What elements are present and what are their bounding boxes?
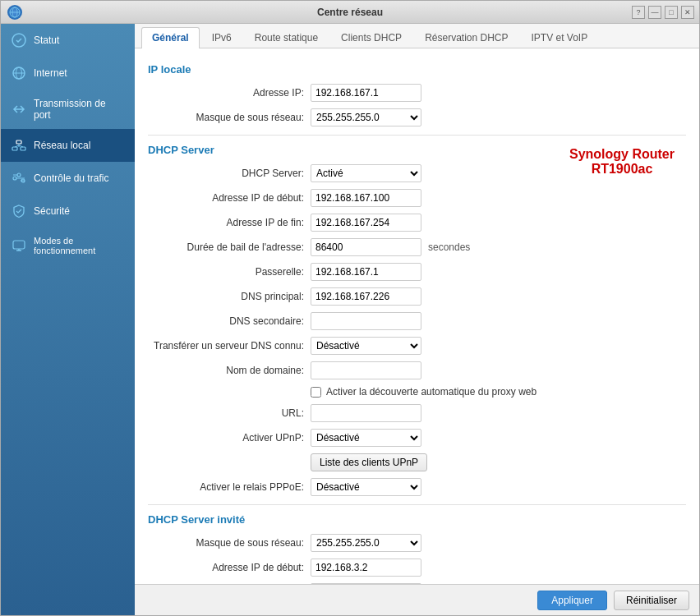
form-area: Synology Router RT1900ac IP locale Adres…: [135, 48, 699, 584]
upnp-group: Activer UPnP: Désactivé Activé: [148, 429, 686, 447]
upnp-label: Activer UPnP:: [148, 432, 304, 444]
nom-domaine-input[interactable]: [311, 361, 421, 379]
content-area: Statut Internet Transmission de port Rés…: [1, 24, 699, 615]
svg-point-13: [13, 177, 16, 180]
sidebar-item-statut[interactable]: Statut: [1, 24, 135, 57]
titlebar: Centre réseau ? — □ ✕: [1, 1, 699, 24]
upnp-select[interactable]: Désactivé Activé: [311, 429, 421, 447]
svg-rect-19: [13, 241, 25, 249]
masque-sous-reseau-group: Masque de sous réseau: 255.255.255.0: [148, 108, 686, 126]
sidebar-item-transmission[interactable]: Transmission de port: [1, 90, 135, 129]
transferer-dns-select[interactable]: Désactivé Activé: [311, 337, 421, 355]
internet-icon: [11, 65, 27, 81]
sidebar-label-internet: Internet: [34, 67, 67, 79]
sidebar-item-securite[interactable]: Sécurité: [1, 195, 135, 228]
sidebar: Statut Internet Transmission de port Rés…: [1, 24, 135, 615]
invite-ip-fin-group: Adresse IP de fin:: [148, 583, 686, 584]
dns-principal-group: DNS principal:: [148, 287, 686, 306]
dhcp-server-label: DHCP Server:: [148, 168, 304, 179]
nom-domaine-label: Nom de domaine:: [148, 365, 304, 376]
dns-principal-label: DNS principal:: [148, 291, 304, 302]
ip-fin-input[interactable]: [311, 214, 421, 232]
statut-icon: [11, 32, 27, 48]
pppoe-label: Activer le relais PPPoE:: [148, 481, 304, 493]
window-controls: ? — □ ✕: [632, 6, 694, 19]
invite-masque-group: Masque de sous réseau: 255.255.255.0: [148, 534, 686, 552]
dhcp-server-select[interactable]: Activé Désactivé: [311, 164, 421, 182]
section-dhcp-invite-title: DHCP Server invité: [148, 513, 686, 526]
duree-bail-group: Durée de bail de l'adresse: secondes: [148, 238, 686, 256]
pppoe-group: Activer le relais PPPoE: Désactivé Activ…: [148, 478, 686, 496]
sidebar-item-controle[interactable]: Contrôle du trafic: [1, 162, 135, 195]
invite-masque-select[interactable]: 255.255.255.0: [311, 534, 421, 552]
masque-sous-reseau-select[interactable]: 255.255.255.0: [311, 108, 421, 126]
duree-bail-label: Durée de bail de l'adresse:: [148, 241, 304, 253]
sidebar-label-modes: Modes de fonctionnement: [34, 236, 125, 255]
url-label: URL:: [148, 407, 304, 419]
app-icon: [7, 5, 22, 20]
section-ip-locale-title: IP locale: [148, 63, 686, 76]
url-input[interactable]: [311, 404, 421, 422]
dns-secondaire-label: DNS secondaire:: [148, 315, 304, 327]
proxy-checkbox-group: Activer la découverte automatique du pro…: [148, 386, 686, 398]
tab-route-statique[interactable]: Route statique: [244, 27, 329, 48]
svg-rect-9: [16, 140, 21, 144]
passerelle-input[interactable]: [311, 263, 421, 281]
svg-rect-8: [21, 147, 25, 150]
help-button[interactable]: ?: [632, 6, 645, 19]
dhcp-server-group: DHCP Server: Activé Désactivé: [148, 164, 686, 182]
masque-sous-reseau-label: Masque de sous réseau:: [148, 112, 304, 123]
controle-icon: [11, 170, 27, 186]
sidebar-label-reseau-local: Réseau local: [34, 140, 90, 151]
dns-secondaire-input[interactable]: [311, 312, 421, 330]
adresse-ip-input[interactable]: [311, 84, 421, 102]
sidebar-label-transmission: Transmission de port: [34, 98, 125, 121]
maximize-button[interactable]: □: [665, 6, 678, 19]
ip-debut-group: Adresse IP de début:: [148, 189, 686, 207]
tab-reservation-dhcp[interactable]: Réservation DHCP: [414, 27, 518, 48]
ip-fin-group: Adresse IP de fin:: [148, 214, 686, 232]
tab-iptv-voip[interactable]: IPTV et VoIP: [521, 27, 599, 48]
reset-button[interactable]: Réinitialiser: [614, 591, 689, 610]
sidebar-label-controle: Contrôle du trafic: [34, 172, 108, 184]
sidebar-label-securite: Sécurité: [34, 205, 70, 217]
url-group: URL:: [148, 404, 686, 422]
reseau-local-icon: [11, 137, 27, 154]
main-window: Centre réseau ? — □ ✕ Statut Internet: [0, 0, 700, 616]
modes-icon: [11, 237, 27, 254]
invite-masque-label: Masque de sous réseau:: [148, 537, 304, 549]
close-button[interactable]: ✕: [681, 6, 694, 19]
main-content: Général IPv6 Route statique Clients DHCP…: [135, 24, 699, 615]
ip-fin-label: Adresse IP de fin:: [148, 217, 304, 228]
minimize-button[interactable]: —: [648, 6, 661, 19]
invite-ip-debut-group: Adresse IP de début:: [148, 559, 686, 577]
dns-principal-input[interactable]: [311, 287, 421, 306]
adresse-ip-label: Adresse IP:: [148, 87, 304, 99]
tab-general[interactable]: Général: [141, 27, 200, 48]
sidebar-label-statut: Statut: [34, 34, 59, 46]
tab-ipv6[interactable]: IPv6: [201, 27, 242, 48]
upnp-list-button[interactable]: Liste des clients UPnP: [311, 453, 427, 471]
invite-ip-fin-input[interactable]: [311, 583, 421, 584]
secondes-label: secondes: [428, 241, 470, 253]
invite-ip-debut-label: Adresse IP de début:: [148, 562, 304, 573]
passerelle-label: Passerelle:: [148, 266, 304, 278]
dns-secondaire-group: DNS secondaire:: [148, 312, 686, 330]
pppoe-select[interactable]: Désactivé Activé: [311, 478, 421, 496]
sidebar-item-modes[interactable]: Modes de fonctionnement: [1, 228, 135, 264]
tab-bar: Général IPv6 Route statique Clients DHCP…: [135, 24, 699, 48]
proxy-checkbox[interactable]: [311, 387, 321, 398]
apply-button[interactable]: Appliquer: [537, 591, 607, 610]
tab-clients-dhcp[interactable]: Clients DHCP: [330, 27, 412, 48]
transmission-icon: [11, 101, 27, 117]
sidebar-item-reseau-local[interactable]: Réseau local: [1, 129, 135, 162]
sidebar-item-internet[interactable]: Internet: [1, 57, 135, 90]
ip-debut-input[interactable]: [311, 189, 421, 207]
duree-bail-input[interactable]: [311, 238, 421, 256]
transferer-dns-group: Transférer un serveur DNS connu: Désacti…: [148, 337, 686, 355]
nom-domaine-group: Nom de domaine:: [148, 361, 686, 379]
bottom-bar: Appliquer Réinitialiser: [135, 584, 699, 615]
section-dhcp-title: DHCP Server: [148, 144, 686, 156]
securite-icon: [11, 203, 27, 219]
invite-ip-debut-input[interactable]: [311, 559, 421, 577]
